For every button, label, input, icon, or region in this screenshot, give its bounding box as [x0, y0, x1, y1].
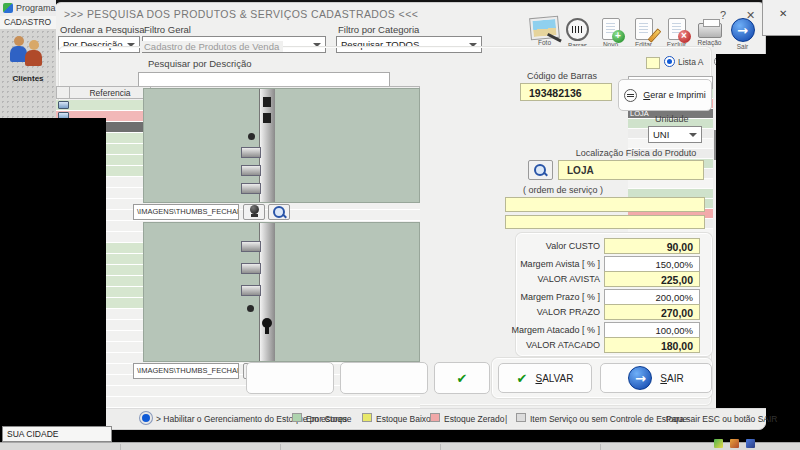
- background-window-titlebar: Programa: [0, 0, 56, 16]
- location-search-button[interactable]: [528, 160, 553, 180]
- keyhole: [262, 318, 272, 328]
- price-value-field[interactable]: 180,00: [604, 337, 700, 353]
- image-path-field-top[interactable]: \IMAGENS\THUMBS_FECHAD: [133, 204, 239, 220]
- category-filter-label: Filtro por Categoria: [338, 24, 419, 35]
- photo-icon: [530, 17, 559, 39]
- status-bar-city: SUA CIDADE: [2, 426, 112, 442]
- table-row[interactable]: [56, 397, 420, 408]
- toolbar-button-label: Relação: [698, 39, 722, 46]
- ordem-servico-label: ( ordem de serviço ): [441, 185, 603, 195]
- detail-line-1[interactable]: [505, 197, 705, 212]
- camera-icon: [247, 205, 261, 218]
- legend-label: Em estoque: [306, 414, 351, 424]
- clientes-label: Clientes: [3, 74, 53, 83]
- hidden-button[interactable]: [246, 362, 334, 394]
- exit-icon: [731, 18, 755, 42]
- toolbar-button-label: Foto: [538, 39, 551, 46]
- salvar-button[interactable]: SALVAR: [498, 363, 592, 393]
- taskbar[interactable]: [0, 442, 800, 450]
- price-label: Valor CUSTO: [480, 241, 600, 251]
- search-input[interactable]: [138, 72, 390, 87]
- printer-icon: [698, 23, 722, 38]
- toolbar-button-label: Sair: [737, 43, 749, 50]
- generate-print-button[interactable]: Gerar e Imprimi: [618, 79, 712, 111]
- price-label: Margem Prazo [ % ]: [480, 292, 600, 302]
- barcode-label: Código de Barras: [474, 71, 597, 81]
- close-icon[interactable]: ✕: [779, 8, 787, 19]
- lock-faceplate: [259, 223, 275, 361]
- small-yellow-chip: [646, 57, 660, 69]
- price-value-field[interactable]: 90,00: [604, 238, 700, 254]
- sair-button[interactable]: SAIR: [600, 363, 712, 393]
- lista-a-label: Lista A: [678, 57, 704, 67]
- legend-label: Estoque Baixo: [376, 414, 431, 424]
- clientes-icon: [25, 40, 42, 68]
- legend-label: Estoque Zerado: [444, 414, 504, 424]
- doc-new-icon: +: [602, 18, 620, 40]
- location-row[interactable]: [628, 179, 713, 189]
- barcode-generate-icon: [624, 89, 637, 102]
- menu-cadastro[interactable]: CADASTRO: [0, 16, 56, 29]
- background-window-title: Programa: [16, 3, 56, 13]
- price-value-field[interactable]: 270,00: [604, 304, 700, 320]
- stock-colors-radio[interactable]: [140, 412, 152, 424]
- background-window: Programa CADASTRO Clientes: [0, 0, 56, 118]
- webcam-button[interactable]: [243, 204, 265, 220]
- price-label: VALOR ATACADO: [480, 340, 600, 350]
- detail-line-2[interactable]: [505, 215, 705, 229]
- product-row-icon: [58, 101, 69, 109]
- order-filter-label: Ordenar a Pesquisa: [60, 24, 145, 35]
- background-window-fragment: ✕: [762, 0, 800, 36]
- price-value-field[interactable]: 150,00%: [604, 256, 700, 272]
- taskbar-icon[interactable]: [714, 439, 723, 448]
- price-label: VALOR AVISTA: [480, 274, 600, 284]
- product-photo-top: [143, 88, 420, 203]
- price-label: Margem Atacado [ % ]: [480, 325, 600, 335]
- zoom-image-button[interactable]: [268, 204, 290, 220]
- doc-edit-icon: [635, 18, 653, 40]
- price-value-field[interactable]: 200,00%: [604, 289, 700, 305]
- cadastro-group-title: Cadastro de Produtos de Venda: [140, 41, 283, 52]
- unit-select[interactable]: UNI: [648, 126, 702, 143]
- lista-a-radio[interactable]: [664, 56, 675, 67]
- price-value-field[interactable]: 225,00: [604, 271, 700, 287]
- legend-color-swatch: [362, 413, 372, 422]
- desktop-black-area: [716, 54, 800, 408]
- blue-arrow-icon: [628, 366, 652, 390]
- taskbar-icon[interactable]: [730, 439, 739, 448]
- app-icon: [3, 3, 13, 13]
- magnifier-icon: [533, 163, 548, 178]
- image-path-field-bottom[interactable]: \IMAGENS\THUMBS_FECHAD: [133, 363, 239, 379]
- desktop: >>> PESQUISA DOS PRODUTOS & SERVIÇOS CAD…: [0, 0, 800, 450]
- physical-location-label: Localização Física do Produto: [558, 148, 714, 158]
- check-icon: [517, 371, 528, 386]
- background-window-body: Clientes: [0, 29, 56, 118]
- check-icon: [457, 371, 468, 386]
- physical-location-field[interactable]: LOJA: [558, 160, 704, 180]
- doc-delete-icon: ×: [668, 18, 686, 40]
- price-label: Margem Avista [ % ]: [480, 259, 600, 269]
- x-icon: ×: [678, 30, 691, 43]
- legend-label: Item Serviço ou sem Controle de Estoque: [530, 414, 687, 424]
- exit-hint: Para sair ESC ou botão SAIR: [666, 414, 778, 424]
- table-header-icon-col: [56, 86, 70, 99]
- clientes-button[interactable]: Clientes: [3, 32, 53, 94]
- search-by-description-label: Pesquisar por Descrição: [148, 58, 252, 69]
- taskbar-icon[interactable]: [746, 439, 755, 448]
- legend-separator: |: [505, 414, 507, 424]
- chevron-down-icon: [689, 133, 697, 141]
- main-dialog-title: >>> PESQUISA DOS PRODUTOS & SERVIÇOS CAD…: [64, 8, 418, 20]
- product-photo-bottom: [143, 222, 420, 362]
- table-header-referencia: Referencia: [69, 86, 151, 99]
- price-value-field[interactable]: 100,00%: [604, 322, 700, 338]
- plus-icon: +: [612, 30, 625, 43]
- hidden-button[interactable]: [340, 362, 428, 394]
- hidden-button[interactable]: [434, 362, 490, 394]
- price-label: VALOR PRAZO: [480, 307, 600, 317]
- general-filter-label: Filtro Geral: [144, 24, 191, 35]
- barcode-value-field[interactable]: 193482136: [520, 83, 612, 101]
- pencil-icon: [647, 28, 661, 42]
- toolbar-button-sair[interactable]: Sair: [726, 18, 759, 54]
- desktop-black-area: [0, 118, 106, 428]
- barcode-icon: [566, 18, 589, 41]
